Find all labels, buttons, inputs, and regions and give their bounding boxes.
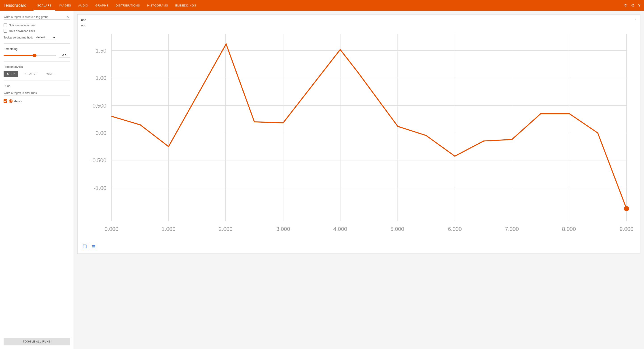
svg-text:0.000: 0.000 xyxy=(104,226,118,232)
header-icons: ↻ ⚙ ? xyxy=(624,3,640,8)
chart-card-header: acc 1 xyxy=(81,18,636,22)
run-demo-label: demo xyxy=(14,100,22,103)
svg-text:1.00: 1.00 xyxy=(96,75,106,81)
svg-text:8.000: 8.000 xyxy=(562,226,576,232)
help-icon[interactable]: ? xyxy=(638,3,640,8)
svg-text:1.000: 1.000 xyxy=(162,226,176,232)
svg-text:5.000: 5.000 xyxy=(390,226,404,232)
data-download-row: Data download links xyxy=(4,29,70,33)
tag-group-section: ✕ Split on underscores Data download lin… xyxy=(4,14,70,40)
chart-card-acc: acc 1 acc xyxy=(77,14,640,254)
sidebar: ✕ Split on underscores Data download lin… xyxy=(0,11,74,349)
svg-text:3.000: 3.000 xyxy=(276,226,290,232)
smoothing-slider[interactable] xyxy=(4,55,56,56)
chart-card-tag-title: acc xyxy=(81,18,86,22)
run-item-demo: demo xyxy=(4,98,70,104)
split-underscores-row: Split on underscores xyxy=(4,23,70,27)
axis-relative-button[interactable]: RELATIVE xyxy=(20,71,41,77)
smoothing-title: Smoothing xyxy=(4,47,70,51)
tooltip-sorting-row: Tooltip sorting method: default ascendin… xyxy=(4,35,70,40)
chart-end-dot xyxy=(624,206,629,211)
svg-text:0.500: 0.500 xyxy=(92,103,106,109)
smoothing-section: Smoothing 0.6 xyxy=(4,43,70,58)
chart-controls xyxy=(81,243,636,250)
content-area: acc 1 acc xyxy=(74,11,644,349)
horizontal-axis-section: Horizontal Axis STEP RELATIVE WALL xyxy=(4,61,70,77)
tooltip-sorting-label: Tooltip sorting method: xyxy=(4,36,33,39)
runs-title: Runs xyxy=(4,84,70,88)
chart-line xyxy=(112,44,626,209)
runs-section: Runs demo xyxy=(4,81,70,104)
chart-svg: 1.50 1.00 0.500 0.00 -0.500 -1.00 0.000 … xyxy=(81,29,636,241)
nav-item-distributions[interactable]: DISTRIBUTIONS xyxy=(112,0,144,11)
nav: SCALARSIMAGESAUDIOGRAPHSDISTRIBUTIONSHIS… xyxy=(34,0,624,11)
regex-tag-input[interactable] xyxy=(4,14,65,20)
nav-item-embeddings[interactable]: EMBEDDINGS xyxy=(172,0,200,11)
svg-text:0.00: 0.00 xyxy=(96,130,106,136)
runs-filter-input[interactable] xyxy=(4,90,70,96)
data-download-checkbox[interactable] xyxy=(4,29,7,33)
split-underscores-label: Split on underscores xyxy=(9,24,36,27)
regex-tag-group-row: ✕ xyxy=(4,14,70,20)
logo: TensorBoard xyxy=(4,3,26,8)
refresh-icon[interactable]: ↻ xyxy=(624,3,628,8)
svg-text:-0.500: -0.500 xyxy=(91,157,106,163)
tooltip-sorting-select[interactable]: default ascending descending nearest xyxy=(35,35,56,40)
split-underscores-checkbox[interactable] xyxy=(4,23,7,27)
clear-regex-button[interactable]: ✕ xyxy=(65,15,70,19)
data-download-label: Data download links xyxy=(9,29,35,33)
run-demo-color-dot xyxy=(9,99,12,103)
nav-item-graphs[interactable]: GRAPHS xyxy=(92,0,112,11)
nav-item-images[interactable]: IMAGES xyxy=(55,0,74,11)
run-demo-color-inner xyxy=(10,100,12,102)
chart-card-number: 1 xyxy=(635,18,636,22)
chart-legend-button[interactable] xyxy=(90,243,97,250)
chart-expand-button[interactable] xyxy=(81,243,88,250)
horizontal-axis-title: Horizontal Axis xyxy=(4,65,70,69)
nav-item-audio[interactable]: AUDIO xyxy=(75,0,92,11)
axis-wall-button[interactable]: WALL xyxy=(43,71,58,77)
toggle-all-runs-button[interactable]: TOGGLE ALL RUNS xyxy=(4,338,70,345)
svg-text:4.000: 4.000 xyxy=(333,226,347,232)
svg-text:-1.00: -1.00 xyxy=(94,185,106,191)
smoothing-row: 0.6 xyxy=(4,53,70,58)
axis-buttons: STEP RELATIVE WALL xyxy=(4,71,70,77)
svg-text:7.000: 7.000 xyxy=(505,226,519,232)
chart-container: 1.50 1.00 0.500 0.00 -0.500 -1.00 0.000 … xyxy=(81,29,636,241)
axis-step-button[interactable]: STEP xyxy=(4,71,18,77)
settings-icon[interactable]: ⚙ xyxy=(631,3,634,8)
header: TensorBoard SCALARSIMAGESAUDIOGRAPHSDIST… xyxy=(0,0,644,11)
svg-text:1.50: 1.50 xyxy=(96,48,106,54)
svg-text:6.000: 6.000 xyxy=(448,226,462,232)
svg-text:9.000: 9.000 xyxy=(620,226,634,232)
svg-text:2.000: 2.000 xyxy=(219,226,232,232)
smoothing-value-input[interactable]: 0.6 xyxy=(59,53,70,58)
chart-section-label: acc xyxy=(81,24,636,27)
main-layout: ✕ Split on underscores Data download lin… xyxy=(0,11,644,349)
run-demo-checkbox[interactable] xyxy=(4,99,7,103)
nav-item-scalars[interactable]: SCALARS xyxy=(34,0,55,11)
nav-item-histograms[interactable]: HISTOGRAMS xyxy=(144,0,172,11)
